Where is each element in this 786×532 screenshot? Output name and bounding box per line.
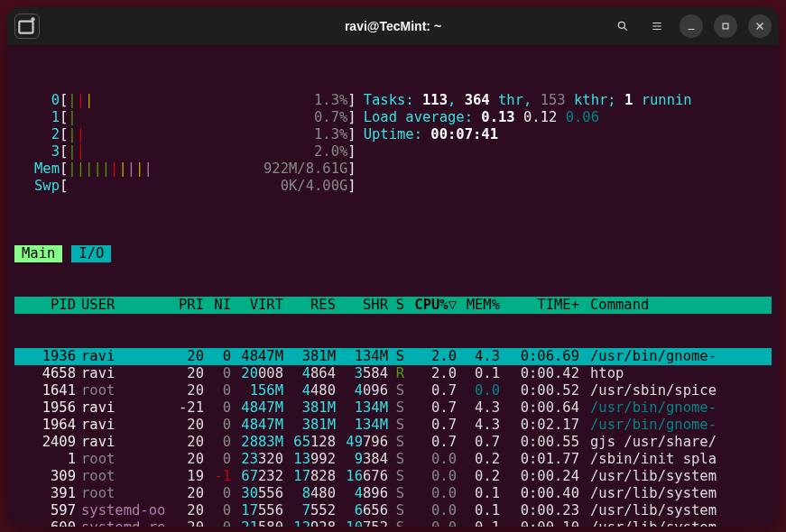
column-headers[interactable]: PID USER PRI NI VIRT RES SHR S CPU%▽ MEM… [14,297,772,314]
header-pid[interactable]: PID [14,297,76,314]
view-tabs: Main I/O [14,245,772,262]
new-tab-button[interactable] [14,14,40,39]
process-row[interactable]: 600 systemd-re 20 0 21580 12928 10752 S … [14,519,772,527]
header-user[interactable]: USER [76,297,164,314]
header-pri[interactable]: PRI [164,297,204,314]
search-button[interactable] [611,14,634,38]
svg-rect-0 [19,22,32,33]
cpu-meter-3: 3[||2.0%] [14,143,772,161]
header-res[interactable]: RES [283,297,336,314]
process-row[interactable]: 309 root 19 -1 67232 17828 16676 S 0.0 0… [14,468,772,485]
tab-main[interactable]: Main [14,245,62,262]
process-row[interactable]: 391 root 20 0 30556 8480 4896 S 0.0 0.1 … [14,485,772,502]
process-row[interactable]: 1936 ravi 20 0 4847M 381M 134M S 2.0 4.3… [14,348,772,365]
swap-meter: Swp[0K/4.00G] [14,178,772,195]
process-row[interactable]: 1641 root 20 0 156M 4480 4096 S 0.7 0.0 … [14,382,772,399]
header-virt[interactable]: VIRT [231,297,283,314]
process-row[interactable]: 1 root 20 0 23320 13992 9384 S 0.0 0.2 0… [14,451,772,468]
svg-point-1 [618,22,624,28]
header-ni[interactable]: NI [204,297,231,314]
terminal-body[interactable]: 0[|||1.3%]Tasks: 113, 364 thr, 153 kthr;… [7,45,779,527]
process-row[interactable]: 1964 ravi 20 0 4847M 381M 134M S 0.7 4.3… [14,417,772,434]
header-mem[interactable]: MEM% [457,297,500,314]
hamburger-menu-button[interactable] [645,14,669,38]
process-row[interactable]: 4658 ravi 20 0 20008 4864 3584 R 2.0 0.1… [14,365,772,382]
minimize-button[interactable] [680,14,703,38]
header-state[interactable]: S [388,297,404,314]
terminal-window: ravi@TecMint: ~ 0[|||1.3%]Tasks: 113, 36… [7,7,779,527]
process-row[interactable]: 2409 ravi 20 0 2883M 65128 49796 S 0.7 0… [14,434,772,451]
maximize-button[interactable] [714,14,737,38]
close-button[interactable] [748,14,772,38]
cpu-meter-0: 0[|||1.3%]Tasks: 113, 364 thr, 153 kthr;… [14,92,772,109]
process-row[interactable]: 1956 ravi -21 0 4847M 381M 134M S 0.7 4.… [14,399,772,417]
svg-rect-2 [723,23,728,29]
titlebar: ravi@TecMint: ~ [7,7,779,45]
header-time[interactable]: TIME+ [500,297,579,314]
header-cpu[interactable]: CPU%▽ [404,297,457,314]
tab-io[interactable]: I/O [71,245,111,262]
header-shr[interactable]: SHR [336,297,388,314]
cpu-meter-1: 1[|0.7%]Load average: 0.13 0.12 0.06 [14,109,772,126]
process-row[interactable]: 597 systemd-oo 20 0 17556 7552 6656 S 0.… [14,502,772,519]
header-command[interactable]: Command [579,297,772,314]
mem-meter: Mem[||||||||||922M/8.61G] [14,161,772,178]
cpu-meter-2: 2[||1.3%]Uptime: 00:07:41 [14,126,772,143]
